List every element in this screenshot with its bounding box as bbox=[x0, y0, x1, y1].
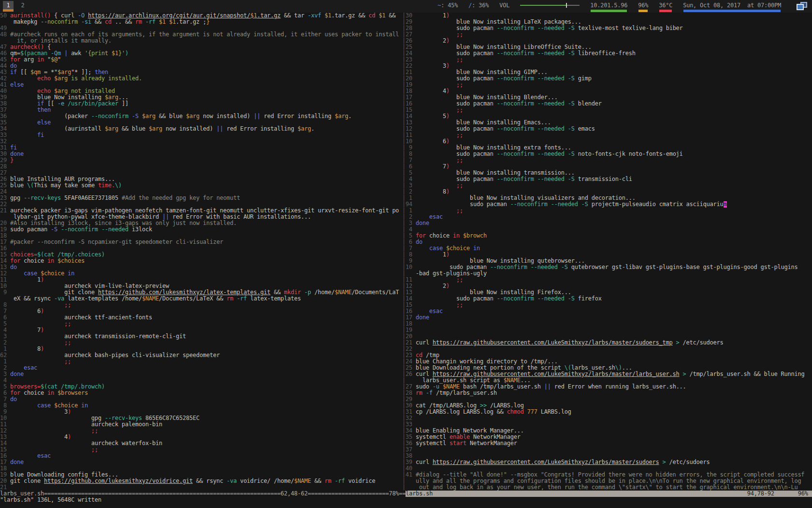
vertical-split-separator[interactable]: | bbox=[402, 314, 406, 321]
vertical-split-separator[interactable]: | bbox=[402, 484, 406, 491]
vertical-split-separator[interactable]: | bbox=[402, 409, 406, 415]
vertical-split-separator[interactable]: | bbox=[402, 340, 406, 346]
vertical-split-separator[interactable]: | bbox=[402, 182, 406, 189]
vertical-split-separator[interactable]: | bbox=[402, 113, 406, 120]
vertical-split-separator[interactable]: | bbox=[402, 120, 406, 126]
vertical-split-separator[interactable]: | bbox=[402, 283, 406, 289]
right-pane-line: 22 bbox=[406, 346, 812, 352]
vertical-split-separator[interactable]: | bbox=[402, 25, 406, 31]
code-row: 40 echo $arg not installed|18 4) bbox=[0, 88, 812, 94]
vertical-split-separator[interactable]: | bbox=[402, 126, 406, 132]
vertical-split-separator[interactable]: | bbox=[402, 428, 406, 434]
vertical-split-separator[interactable]: | bbox=[402, 453, 406, 459]
vertical-split-separator[interactable]: | bbox=[402, 214, 406, 220]
code-row: 2 ;;|21 curl https://raw.githubuserconte… bbox=[0, 340, 812, 346]
vertical-split-separator[interactable]: | bbox=[402, 396, 406, 403]
vertical-split-separator[interactable]: | bbox=[402, 346, 406, 352]
vertical-split-separator[interactable]: | bbox=[402, 352, 406, 359]
line-number: 6 bbox=[406, 239, 416, 245]
vertical-split-separator[interactable]: | bbox=[402, 69, 406, 75]
code-row: 44 do|22 3) bbox=[0, 63, 812, 69]
vertical-split-separator[interactable]: | bbox=[402, 208, 406, 214]
vertical-split-separator[interactable]: | bbox=[402, 333, 406, 340]
vertical-split-separator[interactable]: | bbox=[402, 478, 406, 484]
vertical-split-separator[interactable]: | bbox=[402, 384, 406, 390]
line-number: 35 bbox=[406, 434, 416, 440]
vertical-split-separator[interactable]: | bbox=[402, 107, 406, 113]
vertical-split-separator[interactable]: | bbox=[402, 94, 406, 101]
vertical-split-separator[interactable]: | bbox=[402, 233, 406, 239]
vertical-split-separator[interactable]: | bbox=[402, 434, 406, 440]
code-row: 9 git clone https://github.com/lukesmith… bbox=[0, 289, 812, 296]
vertical-split-separator[interactable]: | bbox=[402, 57, 406, 63]
vertical-split-separator[interactable]: | bbox=[402, 145, 406, 151]
vertical-split-separator[interactable]: | bbox=[402, 239, 406, 245]
vertical-split-separator[interactable]: | bbox=[402, 264, 406, 270]
line-number: 33 bbox=[0, 132, 10, 138]
vertical-split-separator[interactable]: | bbox=[402, 390, 406, 396]
vertical-split-separator[interactable]: | bbox=[402, 440, 406, 447]
left-pane-line: 14 aurcheck waterfox-bin bbox=[0, 440, 402, 447]
vertical-split-separator[interactable]: | bbox=[402, 421, 406, 428]
vertical-split-separator[interactable]: | bbox=[402, 151, 406, 157]
vertical-split-separator[interactable]: | bbox=[402, 245, 406, 252]
vertical-split-separator[interactable]: | bbox=[402, 296, 406, 302]
vertical-split-separator[interactable]: | bbox=[402, 189, 406, 195]
vertical-split-separator[interactable]: | bbox=[402, 63, 406, 69]
vertical-split-separator[interactable]: | bbox=[402, 195, 406, 201]
vertical-split-separator[interactable]: | bbox=[402, 176, 406, 182]
vertical-split-separator[interactable]: | bbox=[402, 170, 406, 176]
left-pane-line: 13 4) bbox=[0, 434, 402, 440]
vertical-split-separator[interactable]: | bbox=[402, 157, 406, 164]
workspace-1[interactable]: 1 bbox=[3, 1, 14, 9]
vertical-split-separator[interactable]: | bbox=[402, 50, 406, 57]
vertical-split-separator[interactable]: | bbox=[402, 132, 406, 138]
vertical-split-separator[interactable]: | bbox=[402, 403, 406, 409]
vertical-split-separator[interactable]: | bbox=[402, 365, 406, 371]
vertical-split-separator[interactable]: | bbox=[402, 75, 406, 82]
line-number: 4 bbox=[406, 176, 416, 182]
vertical-split-separator[interactable]: | bbox=[402, 44, 406, 50]
vertical-split-separator[interactable]: | bbox=[402, 321, 406, 327]
workspace-2[interactable]: 2 bbox=[17, 1, 28, 9]
vertical-split-separator[interactable]: | bbox=[402, 327, 406, 333]
vertical-split-separator[interactable]: | bbox=[402, 377, 406, 384]
vertical-split-separator[interactable]: | bbox=[402, 308, 406, 314]
vertical-split-separator[interactable]: | bbox=[402, 19, 406, 25]
vertical-split-separator[interactable]: | bbox=[402, 459, 406, 465]
vertical-split-separator[interactable]: | bbox=[402, 201, 406, 208]
vertical-split-separator[interactable]: | bbox=[402, 270, 406, 277]
vertical-split-separator[interactable]: | bbox=[402, 359, 406, 365]
volume-slider[interactable] bbox=[520, 2, 580, 9]
vertical-split-separator[interactable]: | bbox=[402, 252, 406, 258]
vertical-split-separator[interactable]: | bbox=[402, 447, 406, 453]
vertical-split-separator[interactable]: | bbox=[402, 38, 406, 44]
vertical-split-separator[interactable]: | bbox=[402, 472, 406, 478]
vertical-split-separator[interactable]: | bbox=[402, 277, 406, 283]
vertical-split-separator[interactable]: | bbox=[402, 226, 406, 233]
vertical-split-separator[interactable]: | bbox=[402, 220, 406, 226]
line-number: 6 bbox=[406, 164, 416, 170]
code-row: 22 |94 sudo pacman --noconfirm --needed … bbox=[0, 201, 812, 208]
left-pane-line: 5 ;; bbox=[0, 321, 402, 327]
right-pane-line: 27 ;; bbox=[406, 31, 812, 38]
vertical-split-separator[interactable]: | bbox=[402, 31, 406, 38]
vertical-split-separator[interactable]: | bbox=[402, 302, 406, 308]
vertical-split-separator[interactable]: | bbox=[402, 13, 406, 19]
vertical-split-separator[interactable]: | bbox=[402, 289, 406, 296]
vertical-split-separator[interactable]: | bbox=[402, 371, 406, 377]
right-pane-line: 30 1) bbox=[406, 13, 812, 19]
vertical-split-separator[interactable]: | bbox=[402, 465, 406, 472]
left-pane-line: 21 aurcheck packer i3-gaps vim-pathogen … bbox=[0, 208, 402, 214]
vertical-split-separator[interactable]: | bbox=[402, 258, 406, 264]
vertical-split-separator[interactable]: | bbox=[402, 415, 406, 421]
vim-split-view[interactable]: 50 aurinstall() { curl -O https://aur.ar… bbox=[0, 13, 812, 491]
line-number: 38 bbox=[406, 453, 416, 459]
vertical-split-separator[interactable]: | bbox=[402, 82, 406, 88]
vertical-split-separator[interactable]: | bbox=[402, 101, 406, 107]
vertical-split-separator[interactable]: | bbox=[402, 164, 406, 170]
vertical-split-separator[interactable]: | bbox=[402, 138, 406, 145]
tray-monitor-icon[interactable] bbox=[797, 2, 807, 10]
vertical-split-separator[interactable]: | bbox=[402, 88, 406, 94]
right-pane-line: 38 bbox=[406, 453, 812, 459]
